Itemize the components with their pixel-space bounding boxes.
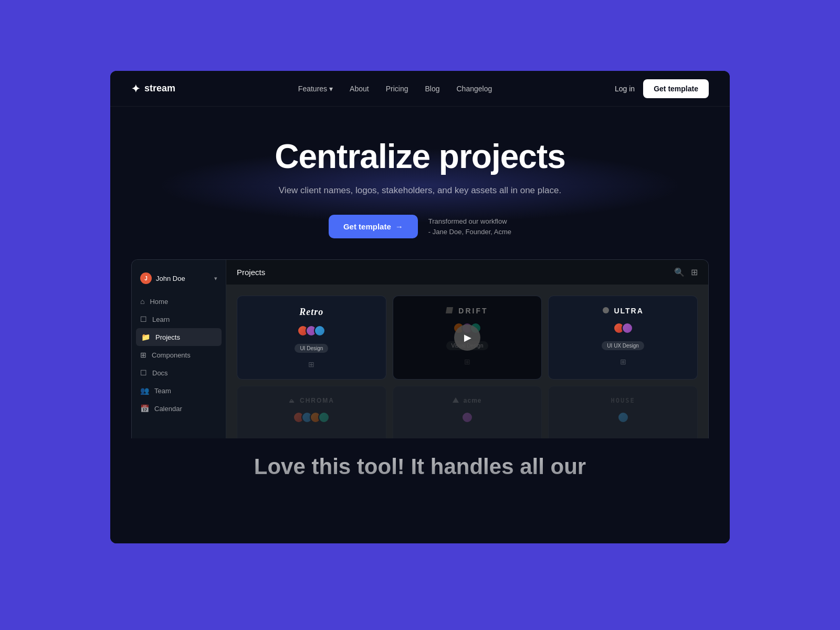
project-avatars xyxy=(293,412,330,423)
project-avatars xyxy=(297,325,326,337)
nav-changelog[interactable]: Changelog xyxy=(457,85,492,93)
avatar xyxy=(617,412,629,423)
app-screenshot: J John Doe ▾ ⌂ Home ☐ Learn 📁 xyxy=(131,259,709,438)
nav-links: Features ▾ About Pricing Blog Changelog xyxy=(298,85,492,93)
chevron-down-icon: ▾ xyxy=(329,85,333,93)
app-inner: J John Doe ▾ ⌂ Home ☐ Learn 📁 xyxy=(132,260,708,438)
avatar xyxy=(461,412,473,423)
sidebar: J John Doe ▾ ⌂ Home ☐ Learn 📁 xyxy=(132,260,226,438)
main-header-icons: 🔍 ⊞ xyxy=(674,267,698,277)
acme-triangle-icon xyxy=(453,397,459,403)
main-content: Projects 🔍 ⊞ Retro xyxy=(226,260,708,438)
sidebar-item-learn[interactable]: ☐ Learn xyxy=(132,310,226,328)
sidebar-user[interactable]: J John Doe ▾ xyxy=(132,268,226,288)
get-template-button-hero[interactable]: Get template → xyxy=(329,215,418,238)
project-avatars xyxy=(617,412,629,423)
sidebar-item-calendar[interactable]: 📅 Calendar xyxy=(132,400,226,417)
avatar: J xyxy=(140,272,152,284)
get-template-button-nav[interactable]: Get template xyxy=(643,79,709,98)
learn-icon: ☐ xyxy=(140,315,147,323)
nav-pricing[interactable]: Pricing xyxy=(386,85,408,93)
nav-about[interactable]: About xyxy=(350,85,369,93)
sidebar-item-docs[interactable]: ☐ Docs xyxy=(132,364,226,382)
project-card-drift[interactable]: DRIFT Visual Design ⊞ ▶ xyxy=(393,296,542,380)
search-icon[interactable]: 🔍 xyxy=(674,267,685,277)
quote-text: Transformed our workflow xyxy=(428,216,511,227)
project-card-house[interactable]: HOUSE xyxy=(548,386,698,438)
sidebar-item-projects[interactable]: 📁 Projects xyxy=(136,328,222,346)
bottom-teaser: Love this tool! It handles all our xyxy=(110,438,730,479)
project-logo-acme: acme xyxy=(453,397,481,404)
home-icon: ⌂ xyxy=(140,297,144,306)
nav-actions: Log in Get template xyxy=(615,79,709,98)
bottom-teaser-text: Love this tool! It handles all our xyxy=(131,454,709,479)
navbar: ✦ stream Features ▾ About Pricing Blog C… xyxy=(110,71,730,107)
project-card-acme[interactable]: acme xyxy=(393,386,542,438)
hero-subtitle: View client names, logos, stakeholders, … xyxy=(131,185,709,196)
arrow-right-icon: → xyxy=(395,222,403,231)
play-button[interactable]: ▶ xyxy=(454,324,480,351)
hero-section: Centralize projects View client names, l… xyxy=(110,107,730,238)
quote-author: - Jane Doe, Founder, Acme xyxy=(428,227,511,237)
video-overlay: ▶ xyxy=(393,296,542,379)
star-icon: ✦ xyxy=(131,82,140,95)
main-title: Projects xyxy=(237,268,265,277)
docs-icon: ☐ xyxy=(140,369,147,377)
nav-features[interactable]: Features ▾ xyxy=(298,85,333,93)
main-window: ✦ stream Features ▾ About Pricing Blog C… xyxy=(110,71,730,543)
project-tag: UI UX Design xyxy=(602,341,644,350)
projects-grid: Retro UI Design ⊞ xyxy=(226,285,708,438)
play-icon: ▶ xyxy=(464,332,471,343)
nav-blog[interactable]: Blog xyxy=(425,85,439,93)
avatar xyxy=(622,322,633,334)
chroma-icon: ⛰ xyxy=(289,398,295,404)
project-logo-retro: Retro xyxy=(299,307,323,318)
hero-title: Centralize projects xyxy=(131,138,709,175)
project-avatars xyxy=(461,412,473,423)
sidebar-username: John Doe xyxy=(156,275,185,282)
hero-cta-row: Get template → Transformed our workflow … xyxy=(131,215,709,238)
chevron-down-icon: ▾ xyxy=(214,275,217,282)
project-logo-house: HOUSE xyxy=(611,397,635,404)
avatar xyxy=(314,325,326,337)
logo[interactable]: ✦ stream xyxy=(131,82,175,95)
sidebar-item-components[interactable]: ⊞ Components xyxy=(132,346,226,364)
main-header: Projects 🔍 ⊞ xyxy=(226,260,708,285)
login-button[interactable]: Log in xyxy=(615,85,635,93)
project-card-chroma[interactable]: ⛰ CHROMA xyxy=(237,386,386,438)
figma-icon: ⊞ xyxy=(308,360,314,369)
project-avatars xyxy=(613,322,633,334)
project-tag: UI Design xyxy=(295,344,328,353)
page-background: ✦ stream Features ▾ About Pricing Blog C… xyxy=(0,0,840,630)
sidebar-user-left: J John Doe xyxy=(140,272,185,284)
figma-icon: ⊞ xyxy=(620,358,626,366)
avatar xyxy=(318,412,330,423)
team-icon: 👥 xyxy=(140,386,149,395)
project-logo-chroma: ⛰ CHROMA xyxy=(289,397,334,404)
logo-text: stream xyxy=(144,83,175,94)
grid-icon[interactable]: ⊞ xyxy=(691,267,698,277)
calendar-icon: 📅 xyxy=(140,404,149,413)
project-card-retro[interactable]: Retro UI Design ⊞ xyxy=(237,296,386,380)
hero-quote: Transformed our workflow - Jane Doe, Fou… xyxy=(428,216,511,237)
project-card-ultra[interactable]: ULTRA UI UX Design ⊞ xyxy=(548,296,698,380)
project-logo-ultra: ULTRA xyxy=(603,307,644,315)
sidebar-item-home[interactable]: ⌂ Home xyxy=(132,292,226,310)
projects-icon: 📁 xyxy=(141,333,150,341)
ultra-shape-icon xyxy=(603,307,609,313)
components-icon: ⊞ xyxy=(140,351,146,359)
sidebar-item-team[interactable]: 👥 Team xyxy=(132,382,226,400)
